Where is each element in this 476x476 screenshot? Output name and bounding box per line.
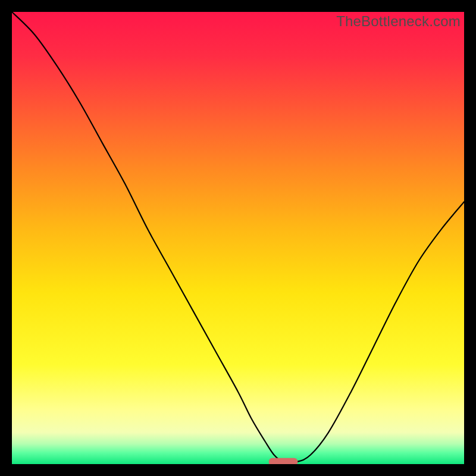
gradient-background xyxy=(12,12,464,464)
chart-frame: TheBottleneck.com xyxy=(12,12,464,464)
plot-area xyxy=(12,12,464,464)
watermark-text: TheBottleneck.com xyxy=(336,13,461,30)
optimal-marker xyxy=(269,458,298,464)
chart-svg xyxy=(12,12,464,464)
